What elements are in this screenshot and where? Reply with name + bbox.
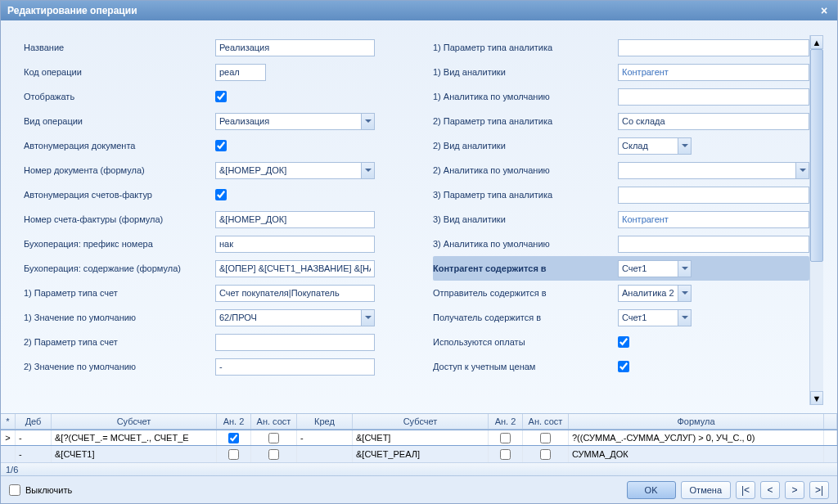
analytic2-type-label: 2) Вид аналитики (433, 141, 618, 151)
cell-checkbox[interactable] (540, 433, 551, 443)
param2-analytic-label: 2) Параметр типа аналитика (433, 116, 618, 126)
name-input[interactable] (215, 39, 375, 56)
dropdown-icon[interactable] (795, 162, 809, 179)
row-marker (1, 446, 16, 462)
bottom-bar: Выключить OK Отмена |< < > >| (1, 475, 837, 503)
code-input[interactable] (215, 64, 266, 81)
analytic1-default-input[interactable] (618, 88, 809, 106)
form-area: Название Код операции Отображать Вид опе… (1, 20, 837, 413)
scroll-up-icon[interactable]: ▲ (810, 35, 823, 49)
col-sub2[interactable]: Субсчет (353, 414, 489, 429)
vertical-scrollbar[interactable]: ▲ ▼ (809, 35, 823, 405)
buhop-prefix-label: Бухоперация: префикс номера (24, 239, 215, 249)
docnum-formula-label: Номер документа (формула) (24, 165, 215, 175)
col-formula[interactable]: Формула (569, 414, 824, 429)
data-grid: * Деб Субсчет Ан. 2 Ан. сост Кред Субсче… (1, 413, 837, 475)
default1-label: 1) Значение по умолчанию (24, 313, 215, 322)
cancel-button[interactable]: Отмена (681, 481, 731, 499)
param3-analytic-label: 3) Параметр типа аналитика (433, 190, 618, 200)
col-an2a[interactable]: Ан. 2 (217, 414, 251, 429)
analytic1-type-input[interactable] (618, 64, 809, 81)
grid-page-indicator: 1/6 (6, 465, 18, 475)
disable-label: Выключить (25, 485, 72, 495)
analytic3-type-input[interactable] (618, 211, 809, 228)
grid-row[interactable]: - &[СЧЕТ1] &[СЧЕТ_РЕАЛ] СУММА_ДОК (1, 446, 837, 462)
cell-checkbox[interactable] (500, 449, 511, 460)
cell-checkbox[interactable] (228, 433, 239, 443)
dropdown-icon[interactable] (678, 260, 692, 277)
param2-acct-input[interactable] (215, 334, 375, 351)
content-area: Название Код операции Отображать Вид опе… (1, 20, 837, 413)
col-ansa[interactable]: Ан. сост (251, 414, 297, 429)
recipient-in-combo[interactable]: Счет1 (618, 309, 692, 326)
nav-last-button[interactable]: >| (809, 481, 829, 499)
cell-checkbox[interactable] (268, 449, 279, 460)
dropdown-icon[interactable] (678, 137, 692, 155)
cell-checkbox[interactable] (268, 433, 279, 443)
docnum-formula-combo[interactable]: &[НОМЕР_ДОК] (215, 162, 375, 179)
window-title: Редактирование операции (7, 5, 137, 16)
param3-analytic-input[interactable] (618, 187, 809, 204)
col-an2b[interactable]: Ан. 2 (489, 414, 523, 429)
dialog-window: Редактирование операции × Название Код о… (0, 0, 838, 504)
scroll-thumb[interactable] (810, 49, 823, 262)
payments-used-label: Используются оплаты (433, 337, 618, 347)
payments-used-checkbox[interactable] (618, 336, 629, 348)
invoice-formula-label: Номер счета-фактуры (формула) (24, 214, 215, 224)
sender-in-combo[interactable]: Аналитика 2 (618, 285, 692, 302)
col-kred[interactable]: Кред (297, 414, 353, 429)
cell-checkbox[interactable] (540, 449, 551, 460)
dropdown-icon[interactable] (361, 162, 375, 179)
nav-prev-button[interactable]: < (760, 481, 780, 499)
analytic3-default-input[interactable] (618, 236, 809, 253)
buhop-content-label: Бухоперация: содержание (формула) (24, 263, 215, 273)
disable-checkbox[interactable] (9, 484, 20, 496)
col-ansb[interactable]: Ан. сост (523, 414, 569, 429)
param1-analytic-label: 1) Параметр типа аналитика (433, 43, 618, 52)
nav-next-button[interactable]: > (785, 481, 804, 499)
analytic1-type-label: 1) Вид аналитики (433, 67, 618, 77)
close-button[interactable]: × (818, 4, 831, 17)
analytic3-type-label: 3) Вид аналитики (433, 214, 618, 224)
param2-analytic-input[interactable] (618, 113, 809, 130)
param1-analytic-input[interactable] (618, 39, 809, 56)
display-checkbox[interactable] (215, 91, 227, 102)
optype-combo[interactable]: Реализация (215, 113, 375, 130)
cell-checkbox[interactable] (228, 449, 239, 460)
nav-first-button[interactable]: |< (736, 481, 755, 499)
name-label: Название (24, 43, 215, 52)
grid-row[interactable]: > - &[?(СЧЕТ_.= МСЧЕТ_., СЧЕТ_Е - &[СЧЕТ… (1, 430, 837, 446)
scroll-down-icon[interactable]: ▼ (810, 391, 823, 405)
dropdown-icon[interactable] (361, 113, 375, 130)
analytic2-default-combo[interactable] (618, 162, 809, 179)
col-marker[interactable]: * (1, 414, 16, 429)
sender-in-label: Отправитель содержится в (433, 288, 618, 298)
default2-input[interactable] (215, 358, 375, 376)
dropdown-icon[interactable] (678, 285, 692, 302)
form-left-column: Название Код операции Отображать Вид опе… (24, 35, 433, 407)
autonum-doc-checkbox[interactable] (215, 140, 227, 151)
dropdown-icon[interactable] (361, 309, 375, 326)
cell-checkbox[interactable] (500, 433, 511, 443)
default2-label: 2) Значение по умолчанию (24, 362, 215, 371)
analytic2-type-combo[interactable]: Склад (618, 137, 692, 155)
buhop-prefix-input[interactable] (215, 236, 375, 253)
dropdown-icon[interactable] (678, 309, 692, 326)
col-sub1[interactable]: Субсчет (52, 414, 217, 429)
access-prices-checkbox[interactable] (618, 361, 629, 372)
form-right-column: 1) Параметр типа аналитика 1) Вид аналит… (433, 35, 809, 407)
autonum-invoice-label: Автонумерация счетов-фактур (24, 190, 215, 200)
ok-button[interactable]: OK (627, 481, 676, 499)
invoice-formula-input[interactable] (215, 211, 375, 228)
col-end (824, 414, 837, 429)
col-deb[interactable]: Деб (16, 414, 52, 429)
row-marker: > (1, 430, 16, 445)
optype-label: Вид операции (24, 116, 215, 126)
buhop-content-input[interactable] (215, 260, 375, 277)
counterparty-in-combo[interactable]: Счет1 (618, 260, 692, 277)
param2-acct-label: 2) Параметр типа счет (24, 337, 215, 347)
default1-combo[interactable]: 62/ПРОЧ (215, 309, 375, 326)
param1-acct-input[interactable] (215, 285, 375, 302)
display-label: Отображать (24, 92, 215, 101)
autonum-invoice-checkbox[interactable] (215, 189, 227, 200)
